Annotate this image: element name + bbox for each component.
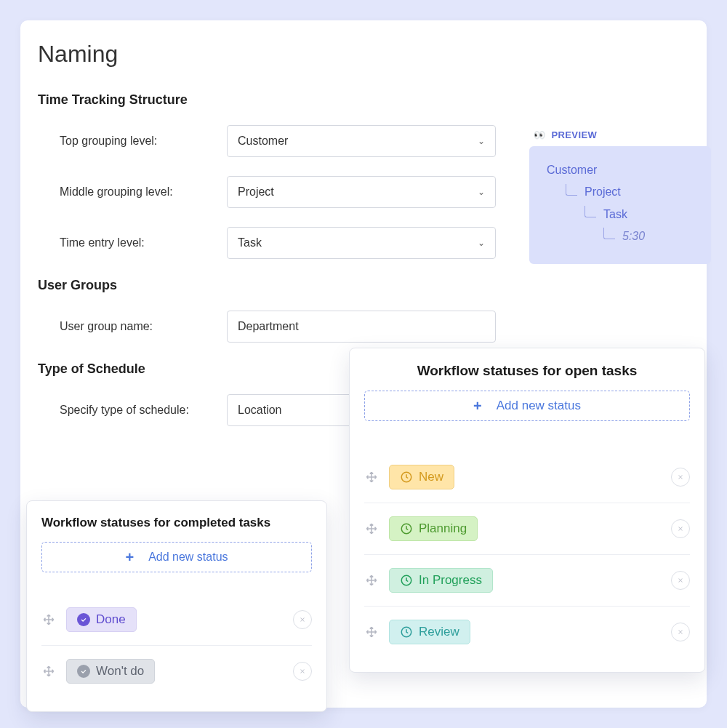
preview-label-text: PREVIEW [551, 129, 597, 140]
delete-status-button[interactable] [671, 468, 690, 487]
settings-panel: Naming Time Tracking Structure Top group… [20, 20, 707, 708]
workflow-open-title: Workflow statuses for open tasks [364, 363, 690, 379]
tree-elbow-icon [603, 228, 615, 239]
closed-status-list: DoneWon't do [41, 594, 312, 697]
status-name: New [419, 470, 443, 484]
label-time-entry: Time entry level: [60, 236, 227, 249]
delete-status-button[interactable] [293, 610, 312, 629]
label-user-group-name: User group name: [60, 320, 227, 333]
drag-handle-icon[interactable] [41, 613, 56, 626]
preview-label: 👀 PREVIEW [529, 129, 711, 140]
input-schedule-type-value: Location [238, 404, 282, 417]
chevron-down-icon: ⌄ [478, 238, 485, 248]
clock-icon [400, 625, 413, 639]
status-badge[interactable]: Done [66, 607, 137, 632]
status-row: Planning [364, 503, 690, 554]
delete-status-button[interactable] [671, 519, 690, 538]
drag-handle-icon[interactable] [364, 574, 379, 587]
preview-level-0-text: Customer [547, 159, 597, 181]
status-row: Review [364, 606, 690, 657]
status-name: Done [96, 612, 126, 627]
add-status-completed-button[interactable]: + Add new status [41, 542, 312, 572]
status-badge[interactable]: Review [389, 620, 470, 644]
preview-level-1-text: Project [585, 181, 621, 203]
status-badge[interactable]: In Progress [389, 568, 493, 593]
add-status-open-label: Add new status [497, 399, 581, 413]
preview-level-2: Task [547, 204, 698, 225]
workflow-completed-title: Workflow statuses for completed tasks [41, 516, 312, 530]
select-time-entry-value: Task [238, 236, 262, 249]
status-row: New [364, 452, 690, 503]
drag-handle-icon[interactable] [364, 625, 379, 639]
drag-handle-icon[interactable] [364, 471, 379, 484]
select-middle-grouping[interactable]: Project ⌄ [227, 176, 496, 208]
eyes-icon: 👀 [534, 129, 545, 140]
plus-icon: + [125, 549, 134, 566]
input-user-group-name[interactable]: Department [227, 311, 496, 343]
status-badge[interactable]: Won't do [66, 659, 155, 684]
status-row: Done [41, 594, 312, 645]
delete-status-button[interactable] [293, 662, 312, 681]
status-badge[interactable]: Planning [389, 516, 478, 541]
label-middle-grouping: Middle grouping level: [60, 185, 227, 199]
workflow-open-panel: Workflow statuses for open tasks + Add n… [349, 348, 705, 673]
status-row: In Progress [364, 554, 690, 606]
select-time-entry[interactable]: Task ⌄ [227, 227, 496, 259]
preview-level-2-text: Task [603, 204, 627, 225]
input-user-group-name-value: Department [238, 320, 299, 333]
tree-elbow-icon [585, 206, 596, 217]
select-top-grouping[interactable]: Customer ⌄ [227, 125, 496, 157]
status-row: Won't do [41, 645, 312, 697]
clock-icon [400, 574, 413, 587]
chevron-down-icon: ⌄ [478, 187, 485, 197]
clock-icon [400, 471, 413, 484]
select-middle-grouping-value: Project [238, 185, 274, 199]
label-schedule-type: Specify type of schedule: [60, 404, 227, 417]
status-name: Won't do [96, 664, 144, 679]
add-status-completed-label: Add new status [148, 551, 228, 564]
preview-card: 👀 PREVIEW Customer Project Task 5:30 [529, 129, 711, 264]
status-name: Planning [419, 521, 467, 536]
preview-level-1: Project [547, 181, 698, 203]
preview-time-text: 5:30 [622, 225, 645, 247]
drag-handle-icon[interactable] [364, 522, 379, 535]
delete-status-button[interactable] [671, 623, 690, 641]
drag-handle-icon[interactable] [41, 665, 56, 678]
check-circle-icon [77, 665, 90, 678]
section-title-structure: Time Tracking Structure [38, 92, 689, 108]
delete-status-button[interactable] [671, 571, 690, 590]
status-name: Review [419, 625, 459, 639]
select-top-grouping-value: Customer [238, 135, 288, 148]
label-top-grouping: Top grouping level: [60, 135, 227, 148]
preview-tree: Customer Project Task 5:30 [529, 146, 711, 264]
open-status-list: NewPlanningIn ProgressReview [364, 452, 690, 657]
row-user-group-name: User group name: Department [38, 311, 689, 343]
workflow-completed-panel: Workflow statuses for completed tasks + … [26, 500, 327, 712]
chevron-down-icon: ⌄ [478, 136, 485, 146]
status-name: In Progress [419, 573, 482, 588]
status-badge[interactable]: New [389, 465, 454, 489]
tree-elbow-icon [566, 184, 577, 196]
check-circle-icon [77, 613, 90, 626]
add-status-open-button[interactable]: + Add new status [364, 391, 690, 421]
clock-icon [400, 522, 413, 535]
plus-icon: + [473, 398, 482, 415]
preview-level-0: Customer [547, 159, 698, 181]
preview-time-entry: 5:30 [547, 225, 698, 247]
section-title-user-groups: User Groups [38, 278, 689, 293]
page-title: Naming [38, 41, 689, 68]
